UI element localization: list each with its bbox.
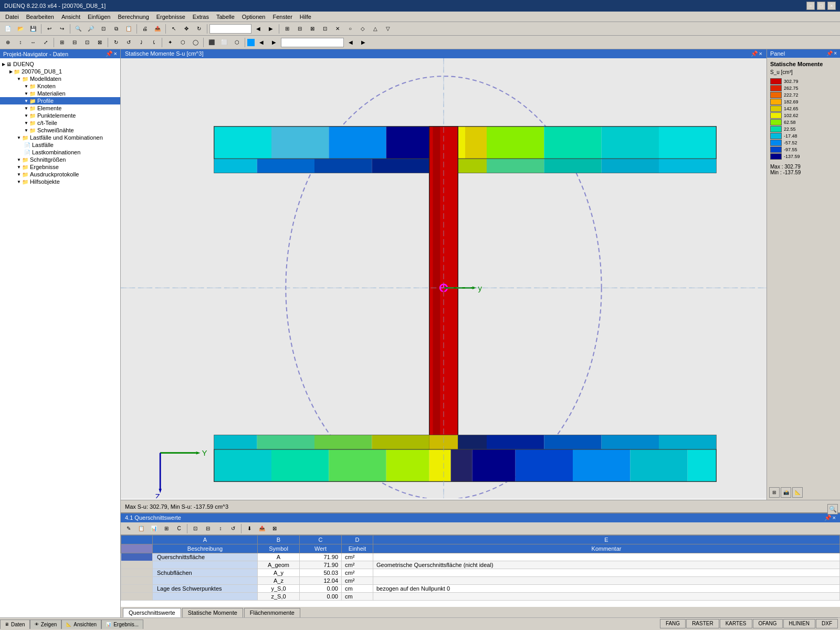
tab-statische-momente[interactable]: Statische Momente — [182, 608, 243, 617]
tb-paste[interactable]: 📋 — [123, 23, 134, 35]
menu-tabelle[interactable]: Tabelle — [213, 13, 238, 21]
tree-item-punktelemente[interactable]: ▼📁Punktelemente — [0, 112, 120, 119]
tb-btn8[interactable]: △ — [370, 23, 381, 35]
nav-close-icon[interactable]: × — [114, 50, 117, 57]
tree-item-modelldaten[interactable]: ▼📁Modelldaten — [0, 75, 120, 82]
col-header-c[interactable]: C — [300, 536, 342, 544]
tb-btn2[interactable]: ⊟ — [294, 23, 306, 35]
viz-close[interactable]: × — [759, 50, 762, 57]
tb2-6[interactable]: ⊟ — [69, 37, 80, 48]
status-fang[interactable]: FANG — [660, 619, 686, 628]
col-header-e[interactable]: E — [373, 536, 840, 544]
data-table-container[interactable]: A B C D E Beschreibung Symbol Wert Einhe… — [121, 535, 840, 607]
tree-item-schnittgrößen[interactable]: ▼📁Schnittgrößen — [0, 156, 120, 163]
tb2-nav-right[interactable]: ▶ — [358, 37, 369, 48]
tb-btn5[interactable]: ✕ — [332, 23, 343, 35]
tb2-2[interactable]: ↕ — [15, 37, 26, 48]
tb-btn9[interactable]: ▽ — [382, 23, 394, 35]
nav-tab-ansichten[interactable]: 📐 Ansichten — [61, 620, 101, 629]
tb-copy[interactable]: ⧉ — [110, 23, 122, 35]
tb2-10[interactable]: ↺ — [123, 37, 134, 48]
tb-arrow-right[interactable]: ▶ — [265, 23, 277, 35]
tb-btn7[interactable]: ◇ — [357, 23, 369, 35]
maximize-button[interactable]: □ — [817, 2, 825, 10]
menu-bearbeiten[interactable]: Bearbeiten — [23, 13, 57, 21]
table-tb-refresh[interactable]: ↺ — [227, 523, 239, 534]
table-tb-3[interactable]: 📊 — [148, 523, 160, 534]
tb-btn4[interactable]: ⊡ — [319, 23, 331, 35]
status-kartes[interactable]: KARTES — [720, 619, 752, 628]
panel-icon-2[interactable]: 📸 — [781, 487, 791, 498]
tb2-18[interactable]: ⬡ — [231, 37, 243, 48]
col-subheader-symbol[interactable]: Symbol — [258, 544, 300, 553]
menu-datei[interactable]: Datei — [2, 13, 22, 21]
viz-pin[interactable]: 📌 — [751, 50, 758, 57]
tb-arrow-left[interactable]: ◀ — [253, 23, 264, 35]
table-tb-filter[interactable]: ⊠ — [269, 523, 280, 534]
tree-item-200706_du8_1[interactable]: ▶📁200706_DU8_1 — [0, 68, 120, 75]
tb-btn1[interactable]: ⊞ — [281, 23, 293, 35]
tb-zoom-out[interactable]: 🔎 — [85, 23, 97, 35]
table-tb-export1[interactable]: ⬇ — [244, 523, 255, 534]
tree-item-elemente[interactable]: ▼📁Elemente — [0, 104, 120, 112]
tb2-20[interactable]: ▶ — [268, 37, 280, 48]
nav-tab-daten[interactable]: 🖥 Daten — [0, 620, 30, 629]
table-tb-2[interactable]: 📋 — [135, 523, 147, 534]
table-row[interactable]: A_geom71.90cm²Geometrische Querschnittsf… — [121, 561, 840, 569]
col-header-a[interactable]: A — [153, 536, 258, 544]
tb2-16[interactable]: ⬛ — [206, 37, 217, 48]
status-ofang[interactable]: OFANG — [753, 619, 783, 628]
tb-new[interactable]: 📄 — [2, 23, 14, 35]
panel-close[interactable]: × — [834, 50, 837, 57]
tb-save[interactable]: 💾 — [27, 23, 39, 35]
tree-item-schweißnähte[interactable]: ▼📁Schweißnähte — [0, 127, 120, 134]
table-pin[interactable]: 📌 — [824, 514, 832, 521]
tb2-1[interactable]: ⊕ — [2, 37, 14, 48]
tb2-14[interactable]: ⬡ — [177, 37, 188, 48]
tree-item-ausdruckprotokolle[interactable]: ▼📁Ausdruckprotokolle — [0, 171, 120, 178]
tb2-11[interactable]: ⤸ — [135, 37, 147, 48]
tb2-3[interactable]: ↔ — [27, 37, 39, 48]
menu-einfuegen[interactable]: Einfügen — [85, 13, 113, 21]
tb2-19[interactable]: ◀ — [256, 37, 267, 48]
menu-hilfe[interactable]: Hilfe — [297, 13, 314, 21]
tree-item-hilfsobjekte[interactable]: ▼📁Hilfsobjekte — [0, 178, 120, 185]
tree-item-lastfälle-und-kombinationen[interactable]: ▼📁Lastfälle und Kombinationen — [0, 134, 120, 141]
col-header-d[interactable]: D — [342, 536, 373, 544]
menu-optionen[interactable]: Optionen — [239, 13, 269, 21]
tb-btn6[interactable]: ○ — [344, 23, 356, 35]
status-dxf[interactable]: DXF — [816, 619, 838, 628]
tb-select[interactable]: ↖ — [168, 23, 180, 35]
toolbar-input[interactable] — [209, 24, 251, 34]
close-button[interactable]: × — [827, 2, 836, 10]
panel-icon-1[interactable]: ⊞ — [769, 487, 780, 498]
tb2-12[interactable]: ⤹ — [148, 37, 160, 48]
tb2-9[interactable]: ↻ — [110, 37, 122, 48]
status-hlinien[interactable]: HLINIEN — [783, 619, 815, 628]
table-row[interactable]: Lage des Schwerpunktesy_S,00.00cmbezogen… — [121, 585, 840, 593]
menu-ergebnisse[interactable]: Ergebnisse — [153, 13, 188, 21]
tb-undo[interactable]: ↩ — [44, 23, 55, 35]
tree-item-c/t-teile[interactable]: ▼📁c/t-Teile — [0, 119, 120, 127]
table-row[interactable]: SchubflächenA_y50.03cm² — [121, 569, 840, 577]
tree-item-ergebnisse[interactable]: ▼📁Ergebnisse — [0, 163, 120, 171]
nav-tab-zeigen[interactable]: 👁 Zeigen — [30, 620, 62, 629]
col-subheader-wert[interactable]: Wert — [300, 544, 342, 553]
table-tb-arrows[interactable]: ↕ — [215, 523, 226, 534]
tb-redo[interactable]: ↪ — [56, 23, 68, 35]
tb2-nav-left[interactable]: ◀ — [345, 37, 356, 48]
tb2-15[interactable]: ◯ — [190, 37, 201, 48]
table-tb-1[interactable]: ✎ — [123, 523, 134, 534]
nav-pin-icon[interactable]: 📌 — [106, 50, 113, 57]
panel-pin[interactable]: 📌 — [826, 50, 833, 57]
tb-move[interactable]: ✥ — [181, 23, 192, 35]
panel-icon-3[interactable]: 📐 — [792, 487, 803, 498]
tree-item-duenq[interactable]: ▶🖥DUENQ — [0, 60, 120, 68]
tab-querschnittswerte[interactable]: Querschnittswerte — [123, 608, 181, 617]
col-subheader-kommentar[interactable]: Kommentar — [373, 544, 840, 553]
viz-canvas[interactable]: y Y — [121, 58, 766, 498]
menu-fenster[interactable]: Fenster — [270, 13, 296, 21]
tb-zoom-in[interactable]: 🔍 — [72, 23, 84, 35]
toolbar2-input[interactable] — [281, 38, 344, 47]
tree-item-profile[interactable]: ▼📁Profile — [0, 97, 120, 104]
